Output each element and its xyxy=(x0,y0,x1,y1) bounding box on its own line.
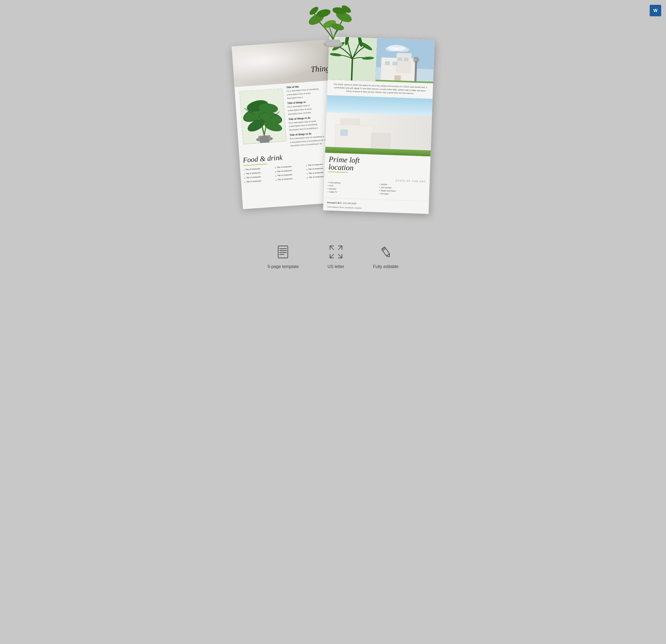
restaurant-name: Title of restaurant xyxy=(309,175,323,179)
bullet-icon: • xyxy=(379,189,380,191)
bullet-icon: • xyxy=(327,191,328,193)
svg-marker-61 xyxy=(386,254,391,258)
restaurant-name: Title of restaurant xyxy=(277,169,292,172)
building-image xyxy=(325,95,433,156)
amenity-label: Hot water xyxy=(380,193,389,195)
restaurant-name: Title of restaurant xyxy=(308,171,323,174)
restaurant-name: Title of restaurant xyxy=(246,180,261,183)
feature-template: 5-page template xyxy=(267,243,299,269)
feature-template-label: 5-page template xyxy=(267,264,299,269)
bullet-icon: • xyxy=(307,176,308,180)
left-plant-column xyxy=(237,86,287,151)
bullet-icon: • xyxy=(328,188,328,190)
restaurant-col-1: • Title of restaurant • Title of restaur… xyxy=(243,167,276,185)
restaurant-col-2: • Title of restaurant • Title of restaur… xyxy=(275,164,307,183)
document-icon xyxy=(275,243,292,260)
contact-address: 1234 Address Drive, Stockholm, Sweden xyxy=(327,206,362,209)
plant-decoration xyxy=(302,0,364,48)
amenity-label: Coin laundry xyxy=(381,186,391,189)
svg-rect-38 xyxy=(404,57,408,61)
svg-rect-37 xyxy=(398,57,402,61)
bullet-icon: • xyxy=(275,167,276,169)
svg-rect-35 xyxy=(385,61,390,65)
bullet-icon: • xyxy=(379,183,380,185)
bullet-icon: • xyxy=(306,172,308,175)
amenity-label: Cable TV xyxy=(329,191,337,193)
state-art-section: STATE-OF-THE-ART • Free parking • Pool • xyxy=(323,175,430,201)
restaurant-name: Title of restaurant xyxy=(245,168,260,171)
bullet-icon: • xyxy=(379,186,380,188)
restaurant-name: Title of restaurant xyxy=(277,173,292,176)
page-wrapper: W Things xyxy=(201,0,465,284)
bullet-icon: • xyxy=(244,173,245,176)
amenity-hot-water: • Hot water xyxy=(379,192,425,196)
svg-rect-43 xyxy=(278,246,288,258)
feature-size-label: US letter xyxy=(328,264,345,269)
contact-label: Personal Cell #: xyxy=(327,201,342,204)
bullet-icon: • xyxy=(275,175,276,177)
brochure-area: Things xyxy=(201,43,465,217)
amenity-cable-tv: • Cable TV xyxy=(327,191,374,194)
word-icon-label: W xyxy=(653,8,658,13)
word-icon[interactable]: W xyxy=(650,5,661,16)
right-panel: This bright, spacious studio has space f… xyxy=(323,36,435,214)
list-item: • Title of restaurant xyxy=(276,176,307,182)
svg-rect-47 xyxy=(279,254,284,255)
feature-edit: Fully editable xyxy=(373,243,399,269)
food-drink-underline xyxy=(243,164,267,166)
svg-line-56 xyxy=(330,254,334,258)
bullet-icon: • xyxy=(244,177,245,180)
svg-line-50 xyxy=(330,246,334,250)
amenity-label: Pool xyxy=(329,185,333,187)
svg-rect-34 xyxy=(396,53,411,73)
left-content-area: Title of this Put a description here of … xyxy=(234,80,339,154)
svg-line-53 xyxy=(338,246,342,250)
bullet-icon: • xyxy=(306,168,307,171)
svg-rect-45 xyxy=(279,250,286,251)
amenity-label: Kitchen xyxy=(381,183,387,186)
svg-rect-36 xyxy=(392,62,398,65)
bullet-icon: • xyxy=(276,179,277,182)
amenities-grid: • Free parking • Pool • Elevator • xyxy=(327,181,426,197)
amenity-label: Single level home xyxy=(380,189,396,192)
prime-loft-underline xyxy=(328,172,347,173)
svg-rect-12 xyxy=(258,135,270,141)
right-sky-image xyxy=(375,38,435,83)
bullet-icon: • xyxy=(328,185,328,187)
bullet-icon: • xyxy=(306,164,307,167)
svg-line-59 xyxy=(338,254,342,258)
restaurant-name: Title of restaurant xyxy=(308,163,322,166)
restaurant-name: Title of restaurant xyxy=(277,165,292,168)
restaurant-name: Title of restaurant xyxy=(246,172,260,175)
restaurant-name: Title of restaurant xyxy=(246,176,261,179)
left-plant-image xyxy=(239,88,286,144)
bullet-icon: • xyxy=(243,169,244,172)
amenities-col-right: • Kitchen • Coin laundry • Single level … xyxy=(379,183,426,197)
left-text-column: Title of this Put a description here of … xyxy=(282,83,332,148)
amenity-label: Free parking xyxy=(329,181,340,184)
expand-icon xyxy=(328,243,345,260)
svg-rect-1 xyxy=(326,39,340,46)
restaurant-name: Title of restaurant xyxy=(277,177,292,181)
prime-loft-section: Prime loft location xyxy=(324,153,431,179)
svg-rect-46 xyxy=(279,252,286,253)
list-item: • Title of restaurant xyxy=(244,179,276,184)
bullet-icon: • xyxy=(379,192,380,194)
pencil-icon xyxy=(378,243,394,260)
feature-edit-label: Fully editable xyxy=(373,264,399,269)
bullet-icon: • xyxy=(275,171,276,173)
bottom-features: 5-page template xyxy=(201,232,465,284)
restaurant-name: Title of restaurant xyxy=(308,167,323,170)
bullet-icon: • xyxy=(244,181,245,184)
feature-size: US letter xyxy=(328,243,345,269)
amenity-label: Elevator xyxy=(329,188,336,190)
bullet-icon: • xyxy=(328,181,329,184)
svg-rect-44 xyxy=(279,248,286,249)
amenities-col-left: • Free parking • Pool • Elevator • xyxy=(327,181,374,196)
contact-phone: (231) 365-9283 xyxy=(343,202,356,205)
